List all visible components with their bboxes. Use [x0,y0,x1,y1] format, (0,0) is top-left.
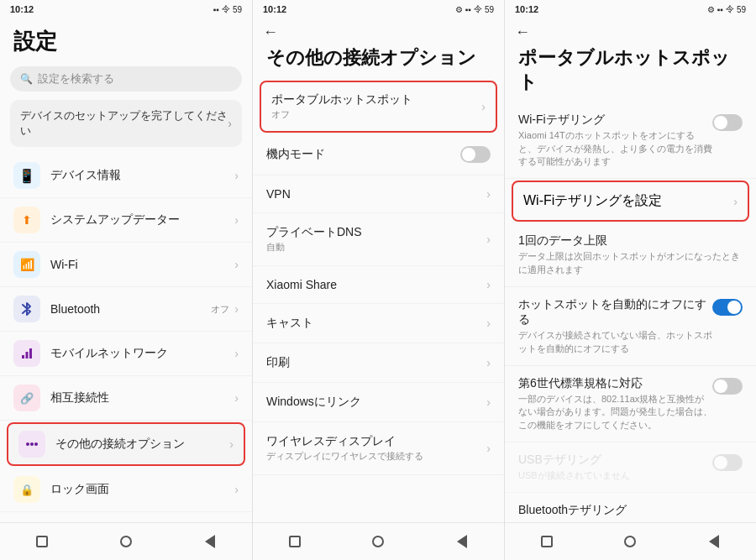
nav-home-btn-2[interactable] [366,530,390,553]
settings-item-mobile-network[interactable]: モバイルネットワーク › [0,332,252,376]
section-6gen-standard[interactable]: 第6世代標準規格に対応 一部のデバイスは、802.11ax規格と互換性がない場合… [505,366,756,442]
svg-rect-1 [26,352,29,359]
gear-icon-3: ⚙ [707,5,715,14]
settings-title: 設定 [0,18,252,63]
nav-square-btn-3[interactable] [535,530,559,553]
time-3: 10:12 [515,4,538,14]
status-bar-3: 10:12 ⚙ ▪▪ 令 59 [505,0,756,18]
auto-off-title: ホットスポットを自動的にオフにする [518,297,712,327]
setup-chevron-icon: › [228,117,232,130]
menu-item-xiaomi-share[interactable]: Xiaomi Share › [253,266,504,304]
section-bluetooth-tethering[interactable]: Bluetoothテザリング [505,493,756,522]
device-info-chevron-icon: › [234,169,239,182]
other-options-chevron-icon: › [229,437,234,451]
panel2-title: その他の接続オプション [253,43,504,79]
settings-item-device-info[interactable]: 📱 デバイス情報 › [0,154,252,198]
airplane-mode-label: 機内モード [266,147,460,162]
settings-item-bluetooth[interactable]: Bluetooth オフ › [0,287,252,332]
settings-item-interconnect[interactable]: 🔗 相互接続性 › [0,376,252,421]
nav-home-icon-2 [372,536,384,547]
setup-banner[interactable]: デバイスのセットアップを完了してください › [10,100,242,147]
nav-home-btn-1[interactable] [114,530,138,553]
xiaomi-share-label: Xiaomi Share [266,278,486,291]
svg-point-5 [34,442,38,446]
nav-back-icon-1 [205,535,215,548]
menu-item-print[interactable]: 印刷 › [253,343,504,383]
wifi-tethering-settings-title: Wi-Fiテザリングを設定 [523,192,662,210]
menu-item-windows-link[interactable]: Windowsにリンク › [253,383,504,422]
portable-hotspot-chevron-icon: › [481,100,486,113]
other-options-icon [18,431,45,458]
menu-item-cast[interactable]: キャスト › [253,304,504,343]
section-usb-tethering: USBテザリング USBが接続されていません [505,442,756,493]
6gen-standard-toggle[interactable] [712,378,743,395]
nav-home-icon-1 [120,536,132,547]
settings-item-lock-screen[interactable]: 🔒 ロック画面 › [0,468,252,512]
section-wifi-tethering[interactable]: Wi-Fiテザリング Xiaomi 14Tのホットスポットをオンにすると、デバイ… [505,102,756,179]
search-placeholder: 設定を検索する [38,71,114,86]
nav-square-btn-2[interactable] [283,530,307,553]
signal-icon: ▪▪ [213,5,219,14]
system-update-label: システムアップデーター [50,212,234,228]
wireless-display-text: ワイヤレスディスプレイ ディスプレイにワイヤレスで接続する [266,434,486,463]
menu-item-airplane-mode[interactable]: 機内モード [253,134,504,175]
nav-bar-3 [505,522,756,560]
usb-tethering-title: USBテザリング [518,453,712,468]
6gen-standard-desc: 一部のデバイスは、802.11ax規格と互換性がない場合があります。問題が発生し… [518,393,712,432]
svg-rect-2 [29,348,32,359]
search-bar[interactable]: 🔍 設定を検索する [10,66,242,92]
section-wifi-tethering-settings[interactable]: Wi-Fiテザリングを設定 › [512,181,749,222]
usb-tethering-text: USBテザリング USBが接続されていません [518,453,712,482]
wifi-tethering-toggle[interactable] [712,114,743,131]
back-arrow-2[interactable]: ← [263,24,278,41]
settings-item-system-update[interactable]: ⬆ システムアップデーター › [0,198,252,243]
nav-square-icon-2 [289,536,301,547]
device-info-icon: 📱 [13,162,40,189]
other-options-text: その他の接続オプション [55,437,229,452]
nav-home-btn-3[interactable] [618,530,642,553]
private-dns-sublabel: 自動 [266,241,486,254]
mobile-network-text: モバイルネットワーク [50,346,234,361]
wifi-settings-icon: 📶 [13,251,40,278]
print-text: 印刷 [266,355,486,370]
status-bar-1: 10:12 ▪▪ 令 59 [0,0,252,18]
menu-item-private-dns[interactable]: プライベートDNS 自動 › [253,213,504,266]
nav-back-btn-1[interactable] [198,530,222,553]
bluetooth-icon [13,296,40,322]
vpn-text: VPN [266,187,486,201]
system-update-text: システムアップデーター [50,212,234,228]
battery-icon-3: 59 [737,5,746,14]
nav-bar-1 [0,522,252,560]
windows-link-label: Windowsにリンク [266,395,486,410]
nav-back-btn-3[interactable] [702,530,726,553]
menu-item-wireless-display[interactable]: ワイヤレスディスプレイ ディスプレイにワイヤレスで接続する › [253,422,504,475]
section-auto-off[interactable]: ホットスポットを自動的にオフにする デバイスが接続されていない場合、ホットスポッ… [505,287,756,366]
interconnect-icon: 🔗 [13,385,40,411]
status-bar-2: 10:12 ⚙ ▪▪ 令 59 [253,0,504,18]
panel3-title: ポータブルホットスポット [505,43,756,102]
settings-list: 📱 デバイス情報 › ⬆ システムアップデーター › 📶 Wi-Fi › [0,154,252,522]
status-icons-3: ⚙ ▪▪ 令 59 [707,3,746,15]
nav-back-btn-2[interactable] [450,530,474,553]
auto-off-toggle[interactable] [712,299,743,316]
menu-item-vpn[interactable]: VPN › [253,175,504,213]
bluetooth-tethering-title: Bluetoothテザリング [518,503,743,518]
menu-item-portable-hotspot[interactable]: ポータブルホットスポット オフ › [260,81,497,133]
wireless-display-sublabel: ディスプレイにワイヤレスで接続する [266,450,486,463]
airplane-mode-toggle[interactable] [460,146,491,163]
cast-text: キャスト [266,316,486,331]
cast-chevron-icon: › [486,317,491,330]
interconnect-label: 相互接続性 [50,390,234,406]
lock-screen-chevron-icon: › [234,483,239,496]
nav-back-icon-3 [709,535,719,548]
nav-square-btn-1[interactable] [30,530,54,553]
cast-label: キャスト [266,316,486,331]
bluetooth-text: Bluetooth [50,302,211,316]
nav-square-icon-1 [36,536,48,547]
auto-off-text: ホットスポットを自動的にオフにする デバイスが接続されていない場合、ホットスポッ… [518,297,712,355]
section-data-limit[interactable]: 1回のデータ上限 データ上限は次回ホットスポットがオンになったときに適用されます [505,223,756,287]
time-2: 10:12 [263,4,286,14]
settings-item-other-options[interactable]: その他の接続オプション › [7,422,245,466]
settings-item-wifi[interactable]: 📶 Wi-Fi › [0,243,252,287]
back-arrow-3[interactable]: ← [515,24,530,41]
